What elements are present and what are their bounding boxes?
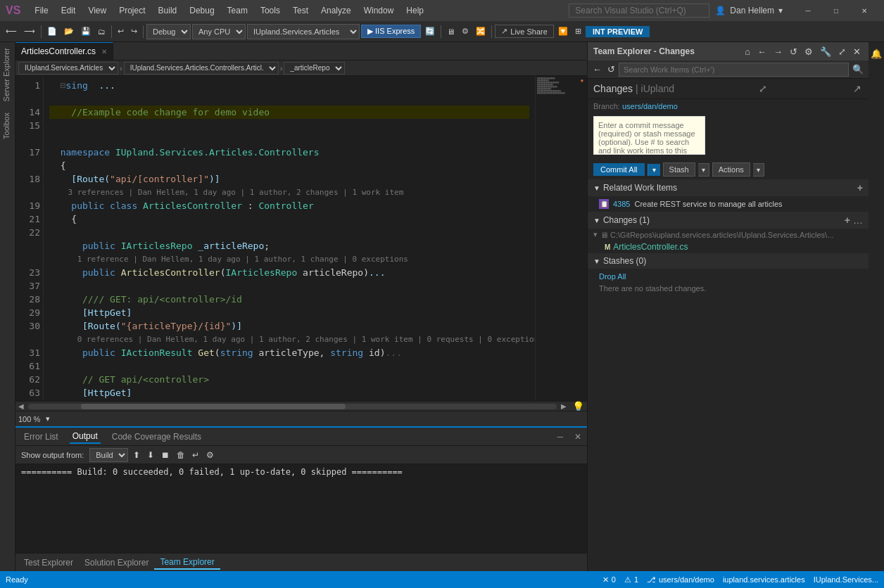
tab-output[interactable]: Output	[70, 430, 101, 444]
commit-all-dropdown-button[interactable]: ▾	[648, 164, 660, 176]
te-forward-button[interactable]: →	[771, 46, 785, 58]
back-button[interactable]: ⟵	[3, 25, 20, 37]
global-search[interactable]	[569, 4, 709, 18]
tab-test-explorer[interactable]: Test Explorer	[18, 556, 79, 569]
drop-all-link[interactable]: Drop All	[599, 272, 626, 281]
horizontal-scroll-thumb[interactable]	[81, 404, 346, 409]
tab-code-coverage[interactable]: Code Coverage Results	[109, 430, 204, 443]
new-project-button[interactable]: 📄	[44, 25, 60, 37]
output-down-button[interactable]: ⬇	[145, 449, 156, 461]
toolbar-icon-3[interactable]: 🔀	[473, 25, 488, 37]
zoom-dropdown-icon[interactable]: ▾	[46, 414, 50, 423]
related-work-items-section[interactable]: ▼ Related Work Items +	[588, 179, 869, 196]
open-button[interactable]: 📂	[61, 25, 77, 37]
undo-button[interactable]: ↩	[115, 25, 127, 37]
work-items-search[interactable]	[619, 63, 849, 77]
related-work-items-add-button[interactable]: +	[857, 182, 863, 193]
maximize-button[interactable]: □	[822, 0, 850, 21]
filter-button[interactable]: 🔽	[555, 25, 571, 37]
menu-debug[interactable]: Debug	[184, 4, 220, 17]
stash-button[interactable]: Stash	[663, 162, 695, 177]
tab-team-explorer-bottom[interactable]: Team Explorer	[154, 556, 220, 570]
layout-button[interactable]: ⊞	[572, 25, 584, 37]
te-settings-button[interactable]: 🔧	[818, 46, 833, 58]
horizontal-scroll-track[interactable]	[28, 404, 557, 409]
te-toolbar-refresh[interactable]: ↺	[605, 63, 617, 75]
commit-message-input[interactable]	[593, 116, 705, 155]
tab-error-list[interactable]: Error List	[21, 430, 61, 443]
te-toolbar-back[interactable]: ←	[591, 63, 604, 75]
warnings-status[interactable]: ⚠ 1	[624, 575, 638, 584]
notifications-icon[interactable]: 🔔	[869, 45, 885, 62]
te-back-button[interactable]: ←	[755, 46, 769, 58]
tab-close-button[interactable]: ✕	[101, 48, 107, 56]
output-minimize-button[interactable]: ─	[557, 432, 563, 442]
menu-build[interactable]: Build	[153, 4, 183, 17]
commit-all-button[interactable]: Commit All	[593, 163, 645, 176]
code-text[interactable]: ⊟sing ... //Example code change for demo…	[44, 76, 535, 401]
stashes-section[interactable]: ▼ Stashes (0)	[588, 253, 869, 269]
output-stop-button[interactable]: ⏹	[159, 449, 172, 461]
output-up-button[interactable]: ⬆	[131, 449, 142, 461]
server-explorer-tab[interactable]: Server Explorer	[0, 42, 15, 107]
toolbox-tab[interactable]: Toolbox	[0, 107, 15, 145]
output-clear-button[interactable]: 🗑	[175, 449, 187, 461]
te-expand-button[interactable]: ⤢	[836, 46, 848, 58]
te-search-button[interactable]: 🔍	[850, 63, 866, 75]
branch-status[interactable]: ⎇ users/dan/demo	[647, 575, 714, 584]
errors-status[interactable]: ✕ 0	[602, 575, 616, 584]
scroll-left-button[interactable]: ◀	[15, 402, 27, 410]
menu-edit[interactable]: Edit	[56, 4, 82, 17]
output-wrap-button[interactable]: ↵	[190, 449, 201, 461]
changes-files-add-button[interactable]: +	[845, 215, 850, 226]
run-button[interactable]: ▶ IIS Express	[361, 25, 421, 38]
output-settings-button[interactable]: ⚙	[204, 449, 216, 461]
tab-solution-explorer[interactable]: Solution Explorer	[79, 556, 154, 569]
platform-dropdown[interactable]: Any CPU	[192, 24, 246, 39]
te-home-button[interactable]: ⌂	[743, 46, 752, 58]
te-add-button[interactable]: ⚙	[802, 46, 815, 58]
project-dropdown[interactable]: IUpland.Services.Articles	[247, 24, 360, 39]
menu-window[interactable]: Window	[358, 4, 400, 17]
changes-file-row[interactable]: M ArticlesController.cs	[588, 241, 869, 253]
output-source-dropdown[interactable]: Build	[89, 448, 128, 462]
actions-button[interactable]: Actions	[712, 162, 750, 177]
platform-status[interactable]: IUpland.Services...	[814, 575, 878, 584]
breadcrumb-field[interactable]: _articleRepo	[284, 62, 345, 75]
stash-dropdown-button[interactable]: ▾	[698, 163, 709, 177]
changes-files-section[interactable]: ▼ Changes (1) + …	[588, 212, 869, 229]
menu-help[interactable]: Help	[400, 4, 429, 17]
live-share-button[interactable]: ↗ Live Share	[495, 25, 554, 38]
debug-config-dropdown[interactable]: Debug	[146, 24, 191, 39]
forward-button[interactable]: ⟶	[21, 25, 38, 37]
work-item-id[interactable]: 4385	[613, 200, 630, 208]
changes-expand-icon[interactable]: ⤢	[757, 83, 769, 94]
horizontal-scrollbar[interactable]: ◀ ▶ 💡	[15, 401, 587, 411]
menu-project[interactable]: Project	[113, 4, 151, 17]
code-editor[interactable]: 1 14 15 17 18 19 21 22 23 37	[15, 76, 587, 401]
refresh-button[interactable]: 🔄	[422, 25, 438, 37]
actions-dropdown-button[interactable]: ▾	[753, 163, 764, 177]
project-status[interactable]: iupland.services.articles	[723, 575, 805, 584]
int-preview-button[interactable]: INT PREVIEW	[586, 26, 650, 37]
save-all-button[interactable]: 🗂	[95, 26, 108, 37]
menu-test[interactable]: Test	[287, 4, 314, 17]
user-dropdown-icon[interactable]: ▾	[778, 6, 783, 15]
menu-team[interactable]: Team	[222, 4, 253, 17]
toolbar-icon-1[interactable]: 🖥	[444, 26, 457, 37]
close-button[interactable]: ✕	[850, 0, 878, 21]
te-refresh-button[interactable]: ↺	[788, 46, 800, 58]
branch-name-link[interactable]: users/dan/demo	[622, 102, 678, 110]
te-close-button[interactable]: ✕	[851, 46, 863, 58]
editor-tab-articles-controller[interactable]: ArticlesController.cs ✕	[15, 42, 113, 60]
toolbar-icon-2[interactable]: ⚙	[459, 25, 472, 37]
output-close-button[interactable]: ✕	[574, 432, 581, 442]
menu-tools[interactable]: Tools	[255, 4, 286, 17]
menu-view[interactable]: View	[82, 4, 112, 17]
changes-files-more-button[interactable]: …	[853, 215, 863, 226]
scroll-right-button[interactable]: ▶	[558, 402, 569, 410]
breadcrumb-class[interactable]: IUpland.Services.Articles.Controllers.Ar…	[124, 62, 279, 75]
minimize-button[interactable]: ─	[794, 0, 822, 21]
breadcrumb-namespace[interactable]: IUpland.Services.Articles	[18, 62, 118, 75]
menu-analyze[interactable]: Analyze	[315, 4, 357, 17]
